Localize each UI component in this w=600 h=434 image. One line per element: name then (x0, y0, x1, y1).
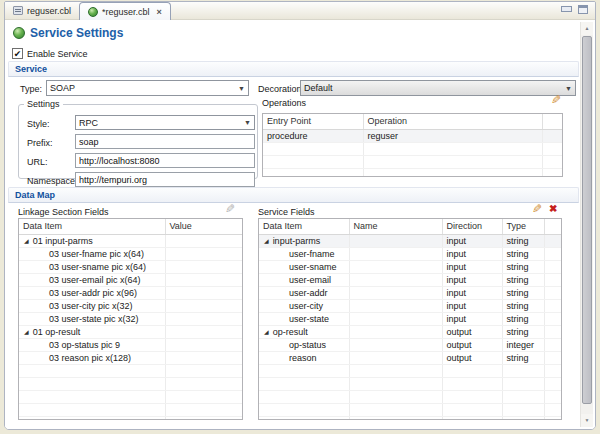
tree-item-label: user-sname (259, 260, 349, 273)
namespace-input[interactable] (75, 172, 255, 187)
url-input[interactable] (75, 153, 255, 168)
tree-expanded-icon[interactable]: ◢ (264, 237, 269, 244)
view-window-buttons (561, 5, 588, 14)
linkage-fields-table: Data Item Value ◢01 input-parms 03 user-… (18, 218, 243, 420)
table-row[interactable]: ◢op-result output string (259, 325, 561, 338)
tree-item-label: 03 user-addr pic x(96) (19, 286, 165, 299)
column-header-direction[interactable]: Direction (442, 219, 502, 234)
type-combo[interactable]: SOAP ▼ (46, 80, 249, 96)
column-header-type[interactable]: Type (502, 219, 544, 234)
cell-direction: input (442, 234, 502, 247)
tree-item-label: op-result (273, 327, 308, 337)
table-row[interactable]: user-stateinputstring (259, 312, 561, 325)
table-row-empty (263, 142, 562, 155)
table-row[interactable]: 03 user-state pic x(32) (19, 312, 242, 325)
table-row[interactable]: 03 op-status pic 9 (19, 338, 242, 351)
tree-item-label: reason (259, 351, 349, 364)
edit-pencil-icon-disabled[interactable]: ✎ (225, 203, 235, 215)
column-header-name[interactable]: Name (349, 219, 442, 234)
decoration-combo[interactable]: Default ▼ (300, 80, 576, 96)
table-row[interactable]: user-addrinputstring (259, 286, 561, 299)
delete-x-icon[interactable]: ✖ (549, 203, 557, 215)
tab-label: reguser.cbl (27, 6, 71, 16)
table-header-row: Entry Point Operation (263, 114, 562, 129)
column-header-operation[interactable]: Operation (363, 114, 542, 129)
column-header-blank (544, 219, 561, 234)
table-row[interactable]: user-emailinputstring (259, 273, 561, 286)
column-header-data-item[interactable]: Data Item (19, 219, 165, 234)
tab-close-icon[interactable]: × (157, 7, 162, 17)
tree-expanded-icon[interactable]: ◢ (24, 237, 29, 244)
table-row[interactable]: procedure reguser (263, 129, 562, 142)
table-row[interactable]: 03 user-city pic x(32) (19, 299, 242, 312)
chevron-down-icon[interactable]: ▼ (562, 85, 575, 92)
tab-reguser-cbl-active[interactable]: *reguser.cbl × (79, 2, 171, 20)
table-row[interactable]: user-snameinputstring (259, 260, 561, 273)
settings-group-title: Settings (24, 99, 63, 109)
table-row[interactable]: reasonoutputstring (259, 351, 561, 364)
table-row[interactable]: user-fnameinputstring (259, 247, 561, 260)
column-header-entry-point[interactable]: Entry Point (263, 114, 363, 129)
cell-value (165, 234, 242, 247)
data-map-section-header: Data Map (8, 187, 579, 203)
service-fields-toolbar: ✎ ✖ (532, 203, 557, 215)
table-row-empty (19, 416, 242, 420)
tree-expanded-icon[interactable]: ◢ (264, 328, 269, 335)
cell-type: string (502, 325, 544, 338)
tree-item-label: user-addr (259, 286, 349, 299)
table-row[interactable]: 03 user-addr pic x(96) (19, 286, 242, 299)
cobol-file-icon (13, 6, 23, 15)
service-globe-icon (13, 27, 25, 39)
scroll-down-icon[interactable]: ▼ (581, 414, 593, 427)
enable-service-row: ✔ Enable Service (12, 48, 88, 59)
linkage-fields-title: Linkage Section Fields (18, 207, 109, 217)
edit-pencil-icon[interactable]: ✎ (551, 94, 561, 106)
tree-item-label: 03 user-sname pic x(64) (19, 260, 165, 273)
chevron-down-icon[interactable]: ▼ (241, 119, 254, 126)
service-settings-page: Service Settings ✔ Enable Service Servic… (5, 20, 595, 429)
maximize-icon[interactable] (578, 5, 588, 14)
service-fields-table: Data Item Name Direction Type ◢input-par… (258, 218, 562, 420)
prefix-label: Prefix: (27, 138, 53, 148)
style-label: Style: (27, 119, 50, 129)
url-label: URL: (27, 157, 48, 167)
chevron-down-icon[interactable]: ▼ (235, 85, 248, 92)
table-row-empty (19, 403, 242, 416)
table-row[interactable]: 03 user-email pic x(64) (19, 273, 242, 286)
table-row-empty (19, 364, 242, 377)
data-map-section-title: Data Map (15, 190, 55, 200)
table-row-empty (259, 377, 561, 390)
scroll-up-icon[interactable]: ▲ (581, 22, 593, 35)
tree-item-label: 03 user-city pic x(32) (19, 299, 165, 312)
column-header-value[interactable]: Value (165, 219, 242, 234)
edit-pencil-icon[interactable]: ✎ (532, 203, 542, 215)
type-combo-value: SOAP (47, 83, 235, 93)
table-row-empty (259, 416, 561, 420)
column-header-data-item[interactable]: Data Item (259, 219, 349, 234)
enable-service-checkbox[interactable]: ✔ (12, 48, 23, 59)
tree-item-label: input-parms (273, 236, 321, 246)
prefix-input[interactable] (75, 134, 255, 149)
table-row[interactable]: ◢input-parms input string (259, 234, 561, 247)
namespace-label: Namespace: (27, 176, 78, 186)
table-row[interactable]: user-cityinputstring (259, 299, 561, 312)
table-row-empty (19, 377, 242, 390)
table-row[interactable]: 03 user-sname pic x(64) (19, 260, 242, 273)
cell-entry-point: procedure (263, 129, 363, 142)
vertical-scrollbar[interactable]: ▲ ▼ (580, 22, 593, 427)
operations-title: Operations (262, 98, 306, 108)
table-row[interactable]: 03 reason pic x(128) (19, 351, 242, 364)
scrollbar-thumb[interactable] (582, 36, 592, 404)
tab-label: *reguser.cbl (102, 7, 150, 17)
table-row[interactable]: ◢01 input-parms (19, 234, 242, 247)
tab-reguser-cbl[interactable]: reguser.cbl (5, 2, 79, 19)
cell-type: string (502, 234, 544, 247)
table-row[interactable]: op-statusoutputinteger (259, 338, 561, 351)
tree-item-label: 03 reason pic x(128) (19, 351, 165, 364)
tree-expanded-icon[interactable]: ◢ (24, 328, 29, 335)
table-row[interactable]: 03 user-fname pic x(64) (19, 247, 242, 260)
style-combo[interactable]: RPC ▼ (75, 115, 255, 130)
minimize-icon[interactable] (561, 5, 571, 14)
decoration-label: Decoration: (258, 84, 304, 94)
table-row[interactable]: ◢01 op-result (19, 325, 242, 338)
